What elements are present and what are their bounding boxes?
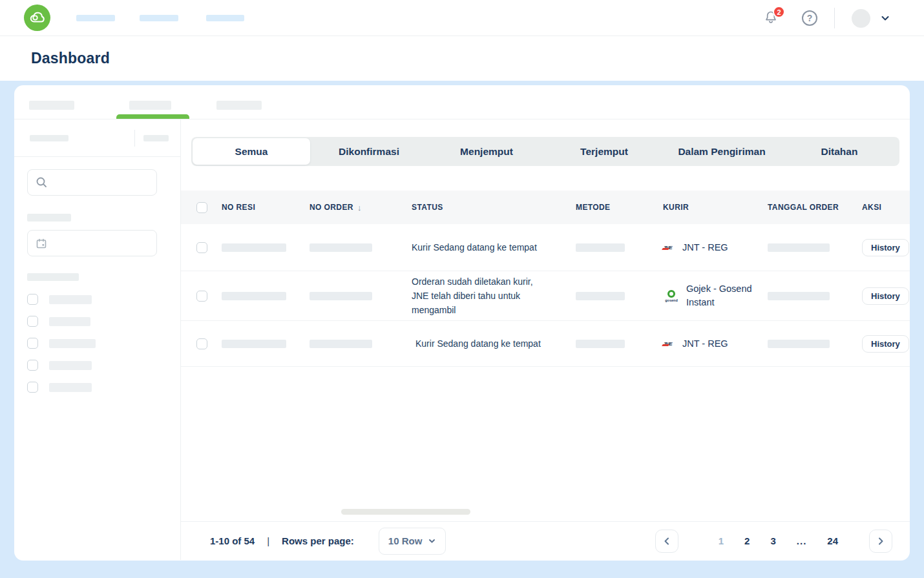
notification-bell-icon[interactable]: 2 bbox=[763, 10, 780, 26]
tanggal-placeholder bbox=[768, 292, 830, 300]
select-all-checkbox[interactable] bbox=[196, 202, 207, 213]
tab-dalam-pengiriman[interactable]: Dalam Pengiriman bbox=[663, 138, 781, 165]
gosend-logo-icon: gosend bbox=[663, 290, 680, 302]
pagination-bar: 1-10 of 54 | Rows per page: 10 Row bbox=[181, 521, 910, 560]
column-header-kurir[interactable]: KURIR bbox=[663, 203, 768, 212]
sidebar-header-divider bbox=[134, 130, 135, 147]
page-number-1[interactable]: 1 bbox=[719, 535, 724, 546]
sort-desc-icon[interactable]: ↓ bbox=[357, 203, 362, 212]
no-resi-placeholder bbox=[222, 243, 286, 252]
no-order-placeholder bbox=[310, 340, 372, 348]
cloud-logo-icon[interactable] bbox=[24, 5, 50, 31]
chevron-down-icon[interactable] bbox=[880, 13, 890, 23]
status-text: Kurir Sedang datang ke tempat bbox=[412, 240, 546, 254]
active-tab-indicator bbox=[116, 114, 189, 119]
filter-option-placeholder bbox=[49, 361, 92, 370]
chevron-down-icon bbox=[428, 537, 436, 545]
help-icon[interactable]: ? bbox=[802, 10, 817, 26]
card-tab-strip bbox=[14, 85, 910, 119]
column-header-tanggal-order[interactable]: TANGGAL ORDER bbox=[768, 203, 862, 212]
search-icon bbox=[36, 176, 48, 189]
card-tab-placeholder-active[interactable] bbox=[129, 101, 171, 110]
filter-sidebar-header bbox=[14, 119, 180, 157]
table-header: NO RESI NO ORDER ↓ STATUS METODE KURIR T… bbox=[181, 191, 910, 224]
main-card: Semua Dikonfirmasi Menjemput Terjemput D… bbox=[14, 85, 910, 561]
tanggal-placeholder bbox=[768, 340, 830, 348]
page-title: Dashboard bbox=[31, 50, 110, 67]
filter-checkbox[interactable] bbox=[27, 382, 38, 393]
page-ellipsis: ... bbox=[797, 535, 807, 546]
page-number-24[interactable]: 24 bbox=[827, 535, 838, 546]
nav-item-placeholder[interactable] bbox=[140, 15, 178, 21]
filter-reset-placeholder[interactable] bbox=[143, 135, 169, 141]
nav-item-placeholder[interactable] bbox=[206, 15, 244, 21]
table-row: Orderan sudah diletakan kurir, JNE telah… bbox=[181, 271, 910, 321]
tab-dikonfirmasi[interactable]: Dikonfirmasi bbox=[310, 138, 428, 165]
page-number-2[interactable]: 2 bbox=[744, 535, 750, 546]
notification-count-badge: 2 bbox=[773, 6, 785, 18]
column-header-aksi: AKSI bbox=[862, 203, 910, 212]
row-checkbox[interactable] bbox=[196, 291, 207, 302]
next-page-button[interactable] bbox=[869, 530, 892, 553]
filter-option-row bbox=[27, 316, 171, 327]
rows-per-page-select[interactable]: 10 Row bbox=[379, 528, 446, 555]
history-button[interactable]: History bbox=[862, 287, 909, 305]
jne-logo-icon: JNE bbox=[663, 245, 677, 251]
filter-option-placeholder bbox=[49, 383, 92, 392]
row-checkbox[interactable] bbox=[196, 242, 207, 253]
filter-option-placeholder bbox=[49, 317, 90, 326]
tab-terjemput[interactable]: Terjemput bbox=[545, 138, 663, 165]
column-header-no-order[interactable]: NO ORDER bbox=[310, 203, 353, 212]
date-input[interactable] bbox=[27, 230, 157, 256]
avatar[interactable] bbox=[852, 9, 870, 28]
filter-option-row bbox=[27, 360, 171, 371]
filter-label-placeholder bbox=[27, 214, 71, 222]
chevron-left-icon bbox=[662, 536, 672, 546]
no-order-placeholder bbox=[310, 243, 372, 252]
pagination-range: 1-10 of 54 bbox=[210, 535, 255, 546]
kurir-name: JNT - REG bbox=[682, 337, 728, 351]
content-area: Semua Dikonfirmasi Menjemput Terjemput D… bbox=[0, 81, 924, 578]
filter-checkbox[interactable] bbox=[27, 338, 38, 349]
history-button[interactable]: History bbox=[862, 335, 909, 353]
filter-option-placeholder bbox=[49, 295, 92, 304]
filter-option-row bbox=[27, 294, 171, 305]
filter-option-row bbox=[27, 382, 171, 393]
history-button[interactable]: History bbox=[862, 239, 909, 256]
horizontal-scrollbar[interactable] bbox=[341, 509, 470, 515]
column-header-status[interactable]: STATUS bbox=[412, 203, 576, 212]
card-tab-placeholder[interactable] bbox=[29, 101, 74, 110]
filter-title-placeholder bbox=[30, 135, 68, 141]
tab-ditahan[interactable]: Ditahan bbox=[781, 138, 898, 165]
filter-checkbox[interactable] bbox=[27, 360, 38, 371]
nav-item-placeholder[interactable] bbox=[76, 15, 115, 21]
filter-option-row bbox=[27, 338, 171, 349]
jne-logo-icon: JNE bbox=[663, 341, 677, 347]
filter-sidebar bbox=[14, 119, 181, 560]
tab-semua[interactable]: Semua bbox=[193, 138, 310, 165]
calendar-icon bbox=[36, 238, 47, 249]
page-number-3[interactable]: 3 bbox=[770, 535, 775, 546]
column-header-no-resi[interactable]: NO RESI bbox=[222, 203, 310, 212]
page-header: Dashboard bbox=[0, 36, 924, 81]
filter-option-placeholder bbox=[49, 339, 96, 348]
orders-panel: Semua Dikonfirmasi Menjemput Terjemput D… bbox=[181, 119, 910, 560]
status-text: Orderan sudah diletakan kurir, JNE telah… bbox=[412, 274, 546, 317]
no-resi-placeholder bbox=[222, 340, 286, 348]
tab-menjemput[interactable]: Menjemput bbox=[428, 138, 545, 165]
tanggal-placeholder bbox=[768, 243, 830, 252]
status-tab-bar: Semua Dikonfirmasi Menjemput Terjemput D… bbox=[191, 137, 899, 166]
no-resi-placeholder bbox=[222, 292, 286, 300]
column-header-metode[interactable]: METODE bbox=[576, 203, 663, 212]
rows-per-page-label: Rows per page: bbox=[282, 535, 354, 546]
search-input[interactable] bbox=[27, 169, 157, 196]
card-tab-placeholder[interactable] bbox=[216, 101, 262, 110]
metode-placeholder bbox=[576, 340, 625, 348]
filter-checkbox[interactable] bbox=[27, 294, 38, 305]
pagination-separator: | bbox=[267, 535, 269, 546]
filter-label-placeholder bbox=[27, 273, 79, 281]
row-checkbox[interactable] bbox=[196, 338, 207, 349]
prev-page-button[interactable] bbox=[655, 530, 678, 553]
no-order-placeholder bbox=[310, 292, 372, 300]
filter-checkbox[interactable] bbox=[27, 316, 38, 327]
